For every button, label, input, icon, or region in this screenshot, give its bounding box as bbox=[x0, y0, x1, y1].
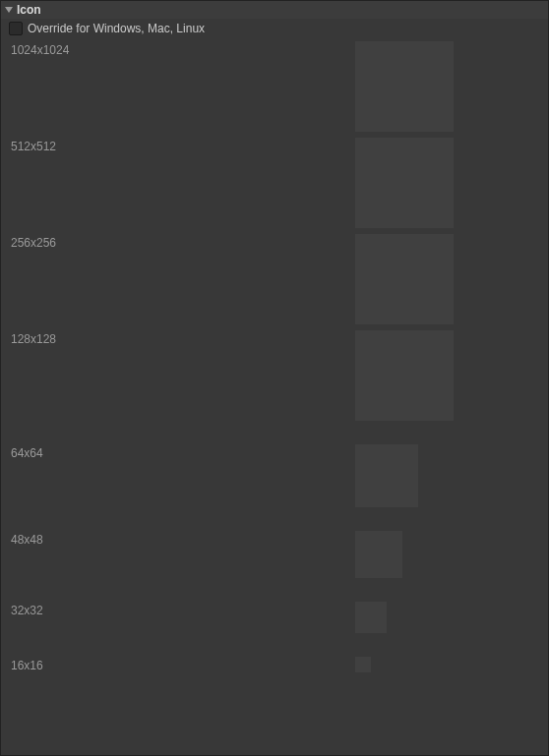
size-label: 32x32 bbox=[11, 602, 355, 617]
icon-preview-slot[interactable] bbox=[355, 138, 454, 228]
override-label: Override for Windows, Mac, Linux bbox=[28, 22, 205, 35]
icon-preview-slot[interactable] bbox=[355, 41, 454, 132]
foldout-arrow-icon bbox=[5, 7, 13, 13]
size-label: 128x128 bbox=[11, 330, 355, 346]
section-title: Icon bbox=[17, 3, 41, 17]
size-label: 512x512 bbox=[11, 138, 355, 153]
icon-row: 16x16 bbox=[11, 657, 540, 672]
icon-row: 64x64 bbox=[11, 444, 540, 507]
icon-preview-slot[interactable] bbox=[355, 330, 454, 421]
size-label: 64x64 bbox=[11, 444, 355, 460]
size-label: 1024x1024 bbox=[11, 41, 355, 57]
icon-preview-slot[interactable] bbox=[355, 234, 454, 324]
icon-preview-slot[interactable] bbox=[355, 602, 387, 633]
size-label: 16x16 bbox=[11, 657, 355, 672]
icon-row: 48x48 bbox=[11, 531, 540, 578]
icon-preview-slot[interactable] bbox=[355, 657, 371, 672]
override-row: Override for Windows, Mac, Linux bbox=[1, 19, 548, 41]
icon-row: 128x128 bbox=[11, 330, 540, 421]
icon-section-header[interactable]: Icon bbox=[1, 1, 548, 19]
icon-size-list: 1024x1024 512x512 256x256 128x128 64x64 … bbox=[1, 41, 548, 672]
icon-preview-slot[interactable] bbox=[355, 444, 418, 507]
override-checkbox[interactable] bbox=[9, 22, 23, 35]
icon-row: 256x256 bbox=[11, 234, 540, 324]
size-label: 48x48 bbox=[11, 531, 355, 547]
icon-row: 1024x1024 bbox=[11, 41, 540, 132]
icon-preview-slot[interactable] bbox=[355, 531, 402, 578]
icon-row: 32x32 bbox=[11, 602, 540, 633]
icon-row: 512x512 bbox=[11, 138, 540, 228]
size-label: 256x256 bbox=[11, 234, 355, 250]
